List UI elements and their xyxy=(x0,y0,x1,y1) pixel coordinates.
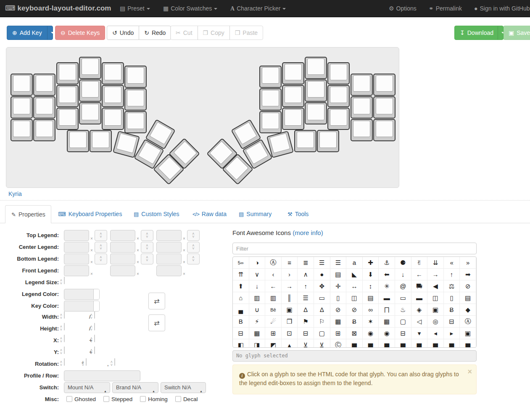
switch-brand-select[interactable]: Brand N/A▲ xyxy=(112,382,158,393)
fa-glyph-bell-o[interactable]: ∆ xyxy=(314,304,330,316)
x2-input[interactable]: ˄˅ xyxy=(94,335,95,342)
fa-glyph-bell-slash-o[interactable]: ⊘ xyxy=(346,304,363,316)
keyboard-key[interactable] xyxy=(282,62,304,85)
center-legend-stepper-2[interactable]: ˄˅ xyxy=(141,242,153,253)
keyboard-key[interactable] xyxy=(351,96,373,119)
rotation-y-input[interactable]: ˄˅ xyxy=(114,358,115,366)
stepper-chevrons[interactable]: ˄˅ xyxy=(60,279,62,285)
fa-glyph-bitbucket[interactable]: ◈ xyxy=(411,304,428,316)
fa-glyph-battery-3[interactable]: ▤ xyxy=(363,292,379,304)
fa-glyph-caret-square-o-down[interactable]: ▣ xyxy=(460,328,476,339)
download-button[interactable]: ↧Download xyxy=(454,26,504,40)
fa-glyph-arrow-circle-up[interactable]: ⬆ xyxy=(233,280,249,292)
keyboard-key[interactable] xyxy=(266,131,294,158)
nav-sign-in-github[interactable]: ●Sign in with GitHub xyxy=(474,0,530,17)
fa-glyph-battery-three-quarters[interactable]: ▤ xyxy=(460,292,476,304)
fa-glyph-angle-left[interactable]: ‹ xyxy=(265,269,282,280)
fa-glyph-cab[interactable]: ⊟ xyxy=(233,328,249,339)
y-input[interactable]: ˄˅ xyxy=(64,346,65,354)
key-color-input[interactable] xyxy=(64,301,100,312)
fa-glyph-bug[interactable]: ✶ xyxy=(363,316,379,328)
nav-permalink[interactable]: ⚭Permalink xyxy=(429,0,462,17)
keyboard-key[interactable] xyxy=(373,119,396,141)
fa-glyph-caret-left[interactable]: ◂ xyxy=(427,328,444,339)
fa-glyph-adn[interactable]: Ⓐ xyxy=(265,257,282,269)
fa-glyph-bank[interactable]: ⌂ xyxy=(233,292,249,304)
fa-glyph-arrow-circle-o-right[interactable]: → xyxy=(427,269,444,280)
fa-glyph-calendar-minus-o[interactable]: ⊟ xyxy=(298,328,314,339)
fa-glyph-bus[interactable]: ⊟ xyxy=(444,316,460,328)
keyboard-key[interactable] xyxy=(327,108,350,130)
decal-checkbox[interactable] xyxy=(175,396,181,402)
fa-glyph-cc-paypal[interactable]: ▆ xyxy=(427,339,444,348)
fa-glyph-bookmark-o[interactable]: ⚐ xyxy=(314,316,330,328)
keyboard-key[interactable] xyxy=(305,102,327,124)
keyboard-name-link[interactable]: Kyria xyxy=(8,190,22,197)
fa-glyph-angle-down[interactable]: ∨ xyxy=(249,269,266,280)
fa-glyph-arrow-circle-left[interactable]: ⬅ xyxy=(379,269,395,280)
fa-glyph-arrows-h[interactable]: ↔ xyxy=(346,280,363,292)
fa-glyph-battery-0[interactable]: ▭ xyxy=(314,292,330,304)
clear-icon[interactable]: × xyxy=(90,236,93,241)
fa-glyph-arrow-circle-o-down[interactable]: ↓ xyxy=(395,269,411,280)
close-icon[interactable]: × xyxy=(467,367,472,376)
bottom-legend-input-2[interactable] xyxy=(110,254,135,264)
fa-glyph-arrow-circle-o-up[interactable]: ↑ xyxy=(444,269,460,280)
color-swatch[interactable] xyxy=(93,289,99,299)
front-legend-input-1[interactable] xyxy=(64,265,89,276)
fa-glyph-ambulance[interactable]: ✚ xyxy=(363,257,379,269)
fa-glyph-caret-square-o-left[interactable]: ◧ xyxy=(233,339,249,348)
fa-glyph-black-tie[interactable]: ◆ xyxy=(460,304,476,316)
bottom-legend-input-3[interactable] xyxy=(156,254,182,264)
fa-glyph-angle-double-up[interactable]: ⇈ xyxy=(233,269,249,280)
keyboard-key[interactable] xyxy=(11,119,33,141)
fa-glyph-arrow-circle-right[interactable]: ➡ xyxy=(460,269,476,280)
keyboard-key[interactable] xyxy=(102,85,124,107)
glyph-filter-input[interactable] xyxy=(232,243,477,254)
legend-color-input[interactable] xyxy=(64,289,100,300)
fa-glyph-align-left[interactable]: ☰ xyxy=(314,257,330,269)
fa-glyph-building[interactable]: ▦ xyxy=(379,316,395,328)
keyboard-key[interactable] xyxy=(33,96,55,119)
keyboard-key[interactable] xyxy=(294,130,316,152)
fa-glyph-bitcoin[interactable]: Ƀ xyxy=(444,304,460,316)
fa-glyph-arrow-right[interactable]: → xyxy=(282,280,298,292)
fa-glyph-battery-2[interactable]: ◫ xyxy=(346,292,363,304)
bottom-legend-input-1[interactable] xyxy=(64,254,89,264)
fa-glyph-bar-chart-o[interactable]: ▥ xyxy=(265,292,282,304)
switch-type-select[interactable]: Switch N/A▲ xyxy=(161,382,206,393)
fa-glyph-android[interactable]: ⚈ xyxy=(395,257,411,269)
keyboard-key[interactable] xyxy=(102,108,124,130)
fa-glyph-cart-plus[interactable]: ⊻ xyxy=(314,339,330,348)
front-legend-input-2[interactable] xyxy=(110,265,135,276)
center-legend-stepper-3[interactable]: ˄˅ xyxy=(187,242,200,253)
keyboard-key[interactable] xyxy=(56,85,79,107)
fa-glyph-amazon[interactable]: a xyxy=(346,257,363,269)
keyboard-key[interactable] xyxy=(259,111,282,133)
fa-glyph-bullseye[interactable]: ◎ xyxy=(427,316,444,328)
fa-glyph-cc-amex[interactable]: ▆ xyxy=(346,339,363,348)
add-key-button[interactable]: ⊕Add Key xyxy=(7,26,53,40)
fa-glyph-beer[interactable]: ∪ xyxy=(249,304,266,316)
keyboard-key[interactable] xyxy=(113,131,140,158)
keyboard-canvas[interactable] xyxy=(6,47,399,188)
fa-glyph-arrow-down[interactable]: ↓ xyxy=(249,280,266,292)
fa-glyph-angle-double-right[interactable]: » xyxy=(460,257,476,269)
top-legend-stepper-1[interactable]: ˄˅ xyxy=(95,230,107,241)
fa-glyph-arrows-alt[interactable]: ✛ xyxy=(330,280,347,292)
rotation-angle-input[interactable]: ˄˅ xyxy=(64,358,65,366)
width2-input[interactable]: ˄˅ xyxy=(94,311,95,319)
keyboard-key[interactable] xyxy=(124,88,147,111)
fa-glyph-bolt[interactable]: ⚡ xyxy=(249,316,266,328)
tab-raw-data[interactable]: </>Raw data xyxy=(192,205,227,223)
fa-glyph-battery-1[interactable]: ▯ xyxy=(330,292,347,304)
nav-color-swatches[interactable]: ▦Color Swatches xyxy=(163,0,217,17)
fa-glyph-archive[interactable]: ▤ xyxy=(330,269,347,280)
nav-options[interactable]: ⚙Options xyxy=(389,0,417,17)
delete-keys-button[interactable]: ⊖Delete Keys xyxy=(55,26,105,40)
tab-summary[interactable]: ▤Summary xyxy=(239,205,272,223)
nav-preset[interactable]: ▤Preset xyxy=(120,0,150,17)
keyboard-key[interactable] xyxy=(373,96,396,119)
keyboard-key[interactable] xyxy=(259,88,282,111)
fa-glyph-bullhorn[interactable]: ◁ xyxy=(411,316,428,328)
